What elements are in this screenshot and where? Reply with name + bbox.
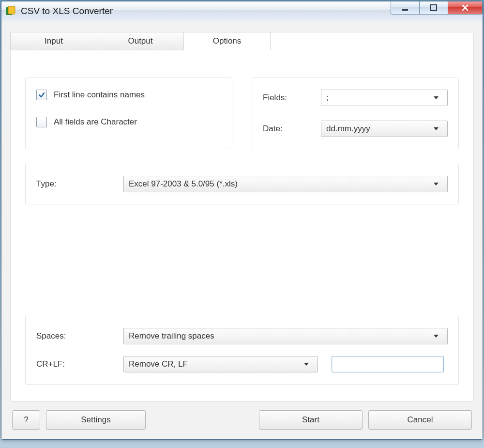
fields-label: Fields: [263,93,321,103]
type-label: Type: [36,179,123,189]
footer-bar: ? Settings Start Cancel [10,402,474,432]
app-icon [5,6,16,16]
group-format: Fields: ; Date: dd.mm.yyyy [252,77,459,149]
crlf-replacement-input[interactable] [332,356,444,372]
spaces-value: Remove trailing spaces [129,331,434,341]
start-label: Start [302,415,319,425]
fields-value: ; [326,93,434,103]
chevron-down-icon [304,363,313,366]
tab-input[interactable]: Input [10,32,97,50]
close-button[interactable] [448,1,483,15]
tab-strip: Input Output Options [10,32,473,50]
title-bar: CSV to XLS Converter [1,1,483,21]
tab-body-options: First line contains names All fields are… [11,50,473,385]
spaces-label: Spaces: [36,331,123,341]
chevron-down-icon [434,183,442,185]
minimize-button[interactable] [391,1,420,15]
start-button[interactable]: Start [259,410,363,430]
help-label: ? [24,415,28,425]
type-value: Excel 97-2003 & 5.0/95 (*.xls) [129,179,434,189]
type-combo[interactable]: Excel 97-2003 & 5.0/95 (*.xls) [123,176,448,192]
spaces-combo[interactable]: Remove trailing spaces [123,328,448,344]
checkbox-first-line-label: First line contains names [54,90,145,100]
window-buttons [391,1,483,21]
fields-combo[interactable]: ; [321,90,448,106]
date-value: dd.mm.yyyy [326,124,434,134]
tab-output[interactable]: Output [97,32,184,50]
crlf-combo[interactable]: Remove CR, LF [123,356,318,372]
client-area: Input Output Options First line contains… [1,21,483,439]
checkbox-first-line[interactable] [36,90,47,100]
settings-label: Settings [81,415,110,425]
help-button[interactable]: ? [12,410,40,430]
checkbox-all-char[interactable] [36,117,47,127]
tab-options[interactable]: Options [183,32,271,50]
crlf-label: CR+LF: [36,359,123,369]
svg-rect-2 [402,9,408,11]
app-window: CSV to XLS Converter Input Output Option… [1,1,483,440]
cancel-label: Cancel [408,415,433,425]
chevron-down-icon [434,96,442,99]
settings-button[interactable]: Settings [46,410,146,430]
cancel-button[interactable]: Cancel [368,410,472,430]
checkbox-first-line-row[interactable]: First line contains names [36,90,221,100]
date-combo[interactable]: dd.mm.yyyy [321,121,448,137]
crlf-value: Remove CR, LF [129,359,304,369]
window-title: CSV to XLS Converter [21,6,391,16]
checkbox-all-char-row[interactable]: All fields are Character [36,117,221,127]
chevron-down-icon [434,335,442,338]
date-label: Date: [263,124,321,134]
maximize-button[interactable] [419,1,448,15]
group-cleanup: Spaces: Remove trailing spaces CR+LF: Re… [25,316,459,385]
main-panel: Input Output Options First line contains… [10,32,474,402]
chevron-down-icon [434,127,442,130]
svg-rect-3 [431,5,437,11]
group-flags: First line contains names All fields are… [25,77,232,149]
checkbox-all-char-label: All fields are Character [54,117,137,127]
svg-rect-1 [8,6,15,14]
group-type: Type: Excel 97-2003 & 5.0/95 (*.xls) [25,164,459,204]
